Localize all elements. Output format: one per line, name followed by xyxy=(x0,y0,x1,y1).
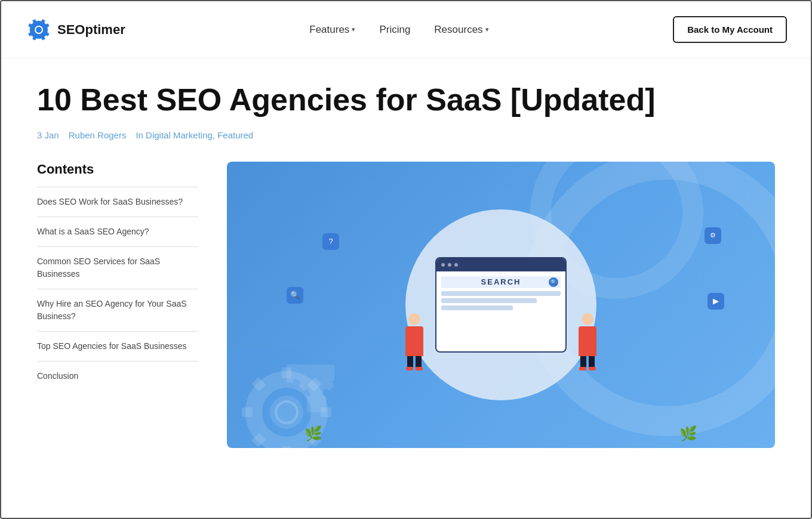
toc-link-1[interactable]: Does SEO Work for SaaS Businesses? xyxy=(37,197,183,206)
person-leg-1 xyxy=(407,356,413,368)
chevron-down-icon: ▾ xyxy=(352,26,355,33)
person-feet-right xyxy=(579,367,596,370)
logo-area[interactable]: SEOptimer xyxy=(25,16,125,44)
page-content: 10 Best SEO Agencies for SaaS [Updated] … xyxy=(1,58,811,518)
article-meta: 3 Jan Ruben Rogers In Digital Marketing,… xyxy=(37,130,775,140)
toc-list: Does SEO Work for SaaS Businesses? What … xyxy=(37,187,198,391)
svg-rect-8 xyxy=(321,407,331,417)
chevron-down-icon: ▾ xyxy=(485,26,489,33)
toc-item[interactable]: Why Hire an SEO Agency for Your SaaS Bus… xyxy=(37,289,198,331)
person-leg-2 xyxy=(416,356,422,368)
person-body-right xyxy=(579,326,596,356)
article-date: 3 Jan xyxy=(37,130,59,140)
person-head-right xyxy=(582,313,593,325)
screen-body: SEARCH 🔍 xyxy=(436,271,565,351)
toc-link-6[interactable]: Conclusion xyxy=(37,371,78,381)
toc-sidebar: Contents Does SEO Work for SaaS Business… xyxy=(37,162,198,391)
search-bar: SEARCH 🔍 xyxy=(441,276,561,288)
person-legs-right xyxy=(580,356,595,368)
plant-right-icon: 🌿 xyxy=(679,425,697,442)
navbar: SEOptimer Features ▾ Pricing Resources ▾ xyxy=(1,1,811,58)
nav-item-resources[interactable]: Resources ▾ xyxy=(434,24,488,36)
central-illustration: SEARCH 🔍 xyxy=(405,209,596,400)
toc-link-3[interactable]: Common SEO Services for SaaS Businesses xyxy=(37,257,160,279)
browser-frame: SEOptimer Features ▾ Pricing Resources ▾ xyxy=(0,0,812,519)
toc-link-5[interactable]: Top SEO Agencies for SaaS Businesses xyxy=(37,341,187,351)
gear-icon-bubble: ⚙ xyxy=(705,227,721,244)
person-foot-4 xyxy=(589,367,596,370)
question-icon-bubble: ? xyxy=(322,233,339,250)
person-feet-left xyxy=(406,367,423,370)
toc-item[interactable]: What is a SaaS SEO Agency? xyxy=(37,217,198,246)
play-icon-bubble: ▶ xyxy=(708,293,724,310)
svg-rect-7 xyxy=(242,407,253,417)
nav-item-pricing[interactable]: Pricing xyxy=(379,24,410,36)
toc-link-2[interactable]: What is a SaaS SEO Agency? xyxy=(37,227,149,236)
nav-link-resources[interactable]: Resources ▾ xyxy=(434,24,488,36)
nav-link-pricing[interactable]: Pricing xyxy=(379,24,410,36)
toc-item[interactable]: Top SEO Agencies for SaaS Businesses xyxy=(37,331,198,361)
svg-rect-5 xyxy=(282,367,291,378)
person-foot-2 xyxy=(416,367,423,370)
svg-point-1 xyxy=(36,27,42,33)
back-to-account-button[interactable]: Back to My Account xyxy=(673,16,787,43)
hero-image: ? 🔍 ⚙ ▶ xyxy=(227,162,775,448)
search-screen: SEARCH 🔍 xyxy=(435,257,567,353)
person-leg-3 xyxy=(580,356,586,368)
logo-icon xyxy=(25,16,53,44)
person-body-left xyxy=(405,326,423,356)
search-circle-icon: 🔍 xyxy=(549,277,558,287)
person-leg-4 xyxy=(589,356,595,368)
nav-item-features[interactable]: Features ▾ xyxy=(309,24,355,36)
content-line-2 xyxy=(441,298,537,303)
nav-link-features[interactable]: Features ▾ xyxy=(309,24,355,36)
person-left xyxy=(405,313,423,370)
hero-image-container: ? 🔍 ⚙ ▶ xyxy=(227,162,775,448)
plant-left-icon: 🌿 xyxy=(304,425,322,442)
content-line-1 xyxy=(441,291,561,296)
toc-heading: Contents xyxy=(37,162,198,177)
screen-header xyxy=(436,258,565,271)
svg-rect-6 xyxy=(282,446,291,448)
article-title: 10 Best SEO Agencies for SaaS [Updated] xyxy=(37,82,694,118)
person-right xyxy=(579,313,596,370)
search-icon-bubble: 🔍 xyxy=(287,287,303,304)
toc-link-4[interactable]: Why Hire an SEO Agency for Your SaaS Bus… xyxy=(37,299,187,321)
person-head-left xyxy=(408,313,420,325)
article-categories[interactable]: In Digital Marketing, Featured xyxy=(136,130,253,140)
content-lines xyxy=(441,291,561,310)
toc-item[interactable]: Common SEO Services for SaaS Businesses xyxy=(37,246,198,289)
person-foot-3 xyxy=(579,367,586,370)
search-text: SEARCH xyxy=(481,277,521,286)
article-author[interactable]: Ruben Rogers xyxy=(69,130,127,140)
article-body: Contents Does SEO Work for SaaS Business… xyxy=(37,162,775,448)
brand-name: SEOptimer xyxy=(57,22,125,38)
toc-item[interactable]: Does SEO Work for SaaS Businesses? xyxy=(37,187,198,217)
content-line-3 xyxy=(441,305,513,310)
nav-links: Features ▾ Pricing Resources ▾ xyxy=(309,24,488,36)
toc-item[interactable]: Conclusion xyxy=(37,361,198,391)
person-legs-left xyxy=(407,356,422,368)
person-foot-1 xyxy=(406,367,413,370)
